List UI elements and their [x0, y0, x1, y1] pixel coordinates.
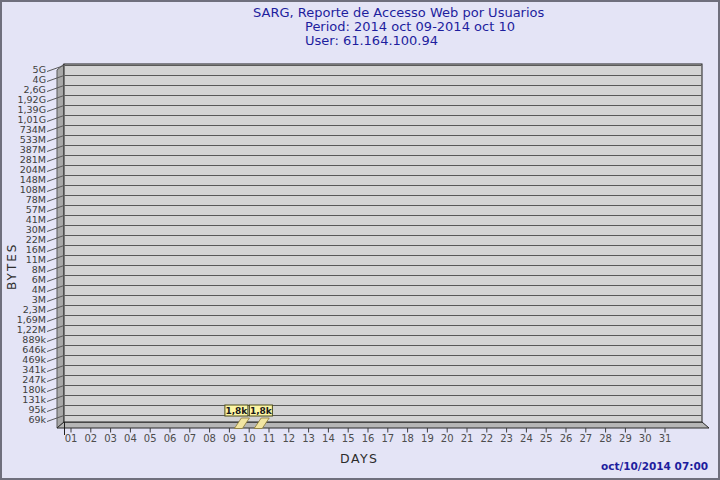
chart-svg: 5G4G2,6G1,92G1,39G1,01G734M533M387M281M2…: [2, 2, 720, 480]
svg-text:12: 12: [282, 433, 295, 444]
svg-text:29: 29: [619, 433, 632, 444]
svg-text:15: 15: [342, 433, 355, 444]
svg-text:14: 14: [322, 433, 335, 444]
svg-text:26: 26: [560, 433, 573, 444]
svg-text:23: 23: [500, 433, 513, 444]
chart-3d-floor: [57, 422, 709, 428]
bar-value-label-day-09: 1,8k: [225, 406, 248, 416]
svg-text:20: 20: [441, 433, 454, 444]
svg-text:03: 03: [104, 433, 117, 444]
svg-text:24: 24: [520, 433, 533, 444]
svg-text:31: 31: [659, 433, 672, 444]
sarg-report-page: SARG, Reporte de Accesso Web por Usuario…: [0, 0, 720, 480]
svg-text:18: 18: [401, 433, 414, 444]
svg-text:07: 07: [183, 433, 196, 444]
generated-timestamp: oct/10/2014 07:00: [601, 460, 708, 472]
svg-text:05: 05: [144, 433, 157, 444]
svg-text:27: 27: [579, 433, 592, 444]
svg-text:04: 04: [124, 433, 137, 444]
x-axis-title: DAYS: [340, 451, 379, 466]
svg-text:22: 22: [480, 433, 493, 444]
svg-text:17: 17: [381, 433, 394, 444]
svg-text:06: 06: [164, 433, 177, 444]
plot-area: [64, 64, 702, 422]
svg-text:02: 02: [84, 433, 97, 444]
svg-text:08: 08: [203, 433, 216, 444]
svg-text:09: 09: [223, 433, 236, 444]
svg-text:25: 25: [540, 433, 553, 444]
svg-text:13: 13: [302, 433, 315, 444]
bar-value-label-day-10: 1,8k: [250, 406, 273, 416]
svg-text:16: 16: [362, 433, 375, 444]
svg-text:30: 30: [639, 433, 652, 444]
x-axis-ticks: 0102030405060708091011121314151617181920…: [65, 428, 672, 444]
svg-text:21: 21: [461, 433, 474, 444]
svg-text:11: 11: [263, 433, 276, 444]
svg-text:69k: 69k: [28, 414, 46, 425]
svg-text:01: 01: [65, 433, 78, 444]
svg-text:19: 19: [421, 433, 434, 444]
svg-text:28: 28: [599, 433, 612, 444]
svg-text:10: 10: [243, 433, 256, 444]
